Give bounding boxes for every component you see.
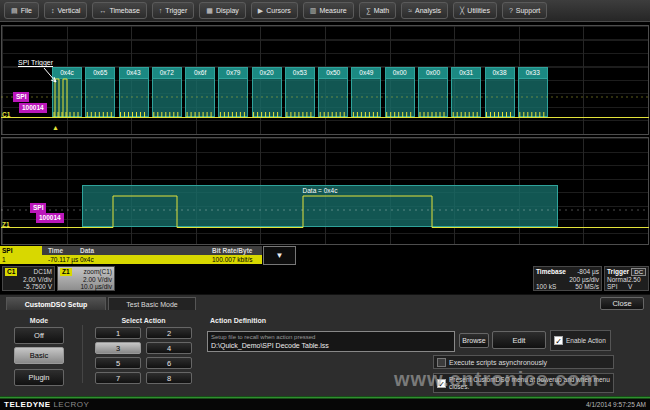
trigger-type: SPI	[607, 283, 617, 291]
menu-item-file[interactable]: ▤File	[4, 2, 39, 19]
menu-item-analysis[interactable]: ≈Analysis	[401, 2, 448, 19]
z1-ground-marker: Z1	[2, 221, 10, 228]
c1-descriptor-box[interactable]: C1 DC1M 2.00 V/div -5.7500 V	[2, 266, 55, 291]
c1-ground-marker: C1	[2, 111, 10, 118]
decode-row-time: -70.117 µs	[48, 255, 78, 264]
timebase-title: Timebase	[536, 268, 566, 276]
cursors-icon: ▶	[258, 3, 263, 18]
menu-item-label: Trigger	[165, 3, 187, 18]
menu-item-cursors[interactable]: ▶Cursors	[251, 2, 298, 19]
trigger-title: Trigger	[607, 268, 629, 276]
action-button-4[interactable]: 4	[146, 342, 192, 354]
decode-table-header-protocol: SPI	[0, 246, 42, 255]
tab-test-basic-mode[interactable]: Test Basic Mode	[108, 297, 196, 310]
c1-scale: 2.00 V/div	[23, 276, 52, 284]
decode-table-header: SPI Time Data Bit Rate/Byte	[0, 246, 262, 255]
menu-item-utilities[interactable]: ╳Utilities	[453, 2, 497, 19]
menu-item-support[interactable]: ?Support	[502, 2, 547, 19]
decode-row-index: 1	[2, 255, 6, 264]
setup-file-path: D:\Quick_Demo\SPI Decode Table.lss	[211, 341, 451, 350]
menu-item-timebase[interactable]: ↔Timebase	[92, 2, 146, 19]
enable-action-checkbox[interactable]: ✓	[554, 336, 563, 345]
trigger-mode: Normal	[607, 276, 628, 284]
menu-item-display[interactable]: ▦Display	[199, 2, 246, 19]
setup-file-field[interactable]: Setup file to recall when action pressed…	[207, 331, 455, 352]
execute-scripts-checkbox[interactable]: ✓	[437, 358, 446, 367]
z1-timebase: 10.0 µs/div	[80, 283, 112, 291]
action-button-3[interactable]: 3	[95, 342, 141, 354]
support-icon: ?	[509, 3, 513, 18]
timebase-samples: 100 kS	[536, 283, 556, 291]
timebase-rate: 50 MS/s	[575, 283, 599, 291]
waveform-area: 0x4c0x650x430x720x6f0x790x200x530x500x49…	[0, 22, 650, 246]
menu-item-label: Display	[216, 3, 239, 18]
z1-zoom-trace	[1, 196, 649, 228]
browse-button[interactable]: Browse	[459, 333, 489, 348]
c1-trace	[1, 79, 649, 118]
brand-lecroy: LECROY	[53, 400, 89, 409]
measure-icon: ▥	[310, 3, 317, 18]
oscilloscope-screen: ▤File↕Vertical↔Timebase↑Trigger▦Display▶…	[0, 0, 650, 410]
menu-item-label: Vertical	[57, 3, 80, 18]
decode-table-header-data: Data	[80, 246, 94, 255]
decode-table-row[interactable]: 1 -70.117 µs 0x4c 100.007 kbit/s	[0, 255, 262, 264]
execute-scripts-label: Execute scripts asynchronously	[449, 359, 547, 366]
mode-section-header: Mode	[14, 317, 64, 324]
z1-chip: Z1	[60, 268, 72, 276]
enable-action-toggle[interactable]: ✓ Enable Action	[550, 330, 611, 351]
callout-arrow-icon	[44, 68, 56, 82]
tab-customdso-setup[interactable]: CustomDSO Setup	[6, 297, 106, 310]
action-button-1[interactable]: 1	[95, 327, 141, 339]
brand-logo: TELEDYNE LECROY	[4, 400, 89, 409]
action-button-2[interactable]: 2	[146, 327, 192, 339]
clock: 4/1/2014 9:57:25 AM	[586, 401, 646, 408]
timebase-icon: ↔	[99, 3, 106, 18]
c1-chip: C1	[5, 268, 17, 276]
decode-table-header-time: Time	[48, 246, 63, 255]
trigger-position-icon[interactable]: ▲	[52, 124, 59, 131]
table-expand-button[interactable]: ▼	[263, 246, 296, 265]
action-button-5[interactable]: 5	[95, 357, 141, 369]
menu-item-label: Measure	[319, 3, 346, 18]
action-button-6[interactable]: 6	[146, 357, 192, 369]
menu-item-vertical[interactable]: ↕Vertical	[44, 2, 87, 19]
decode-row-data: 0x4c	[80, 255, 94, 264]
mode-button-plugin[interactable]: Plugin	[14, 369, 64, 386]
bus2-name-badge: SPI	[30, 203, 46, 213]
menu-item-math[interactable]: ∑Math	[359, 2, 397, 19]
action-button-7[interactable]: 7	[95, 372, 141, 384]
mode-button-off[interactable]: Off	[14, 327, 64, 344]
utilities-icon: ╳	[460, 3, 464, 18]
menu-item-label: File	[21, 3, 32, 18]
trigger-level: 2.50 V	[628, 276, 646, 284]
setup-file-hint: Setup file to recall when action pressed	[211, 333, 451, 341]
vertical-icon: ↕	[51, 3, 55, 18]
timebase-descriptor-box[interactable]: Timebase -804 µs 200 µs/div 100 kS 50 MS…	[533, 266, 602, 291]
bus2-id-badge: 100014	[36, 213, 64, 223]
decode-table-header-bitrate: Bit Rate/Byte	[212, 246, 252, 255]
timebase-scale: 200 µs/div	[569, 276, 599, 284]
menu-item-measure[interactable]: ▥Measure	[303, 2, 354, 19]
menu-item-label: Analysis	[415, 3, 441, 18]
menu-bar: ▤File↕Vertical↔Timebase↑Trigger▦Display▶…	[0, 0, 650, 22]
trigger-descriptor-box[interactable]: Trigger DC Normal 2.50 V SPI	[604, 266, 649, 291]
action-definition-header: Action Definition	[210, 317, 320, 324]
waveform-layer	[0, 22, 650, 246]
menu-item-trigger[interactable]: ↑Trigger	[152, 2, 194, 19]
math-icon: ∑	[366, 3, 371, 18]
enable-action-label: Enable Action	[566, 337, 606, 344]
close-button[interactable]: Close	[600, 297, 644, 310]
z1-descriptor-box[interactable]: Z1 zoom(C1) 2.00 V/div 10.0 µs/div	[57, 266, 115, 291]
trigger-coupling-badge: DC	[631, 268, 646, 276]
mode-button-basic[interactable]: Basic	[14, 347, 64, 364]
execute-scripts-toggle[interactable]: ✓ Execute scripts asynchronously	[433, 355, 614, 369]
action-button-8[interactable]: 8	[146, 372, 192, 384]
c1-coupling: DC1M	[34, 268, 52, 276]
watermark: www.cntronics.com	[394, 368, 599, 391]
z1-source: zoom(C1)	[83, 268, 112, 276]
bus1-name-badge: SPI	[13, 92, 29, 102]
menu-item-label: Cursors	[266, 3, 291, 18]
edit-button[interactable]: Edit	[492, 331, 546, 349]
select-action-header: Select Action	[95, 317, 192, 324]
menu-item-label: Support	[516, 3, 541, 18]
